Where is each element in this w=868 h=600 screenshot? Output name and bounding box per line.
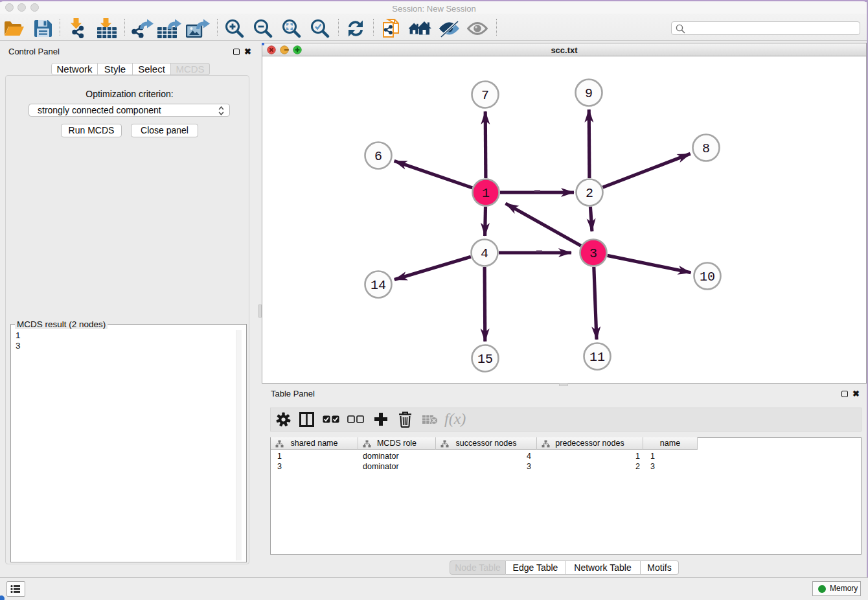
svg-text:8: 8 <box>702 141 710 156</box>
svg-text:7: 7 <box>481 88 489 103</box>
svg-text:4: 4 <box>481 246 488 261</box>
svg-text:1: 1 <box>482 186 490 201</box>
svg-text:2: 2 <box>586 186 593 201</box>
svg-text:3: 3 <box>589 246 597 261</box>
svg-text:15: 15 <box>477 352 493 367</box>
svg-text:9: 9 <box>585 86 593 101</box>
svg-text:10: 10 <box>700 270 715 284</box>
svg-text:11: 11 <box>589 350 605 365</box>
svg-text:6: 6 <box>374 149 382 164</box>
svg-text:14: 14 <box>371 278 386 293</box>
